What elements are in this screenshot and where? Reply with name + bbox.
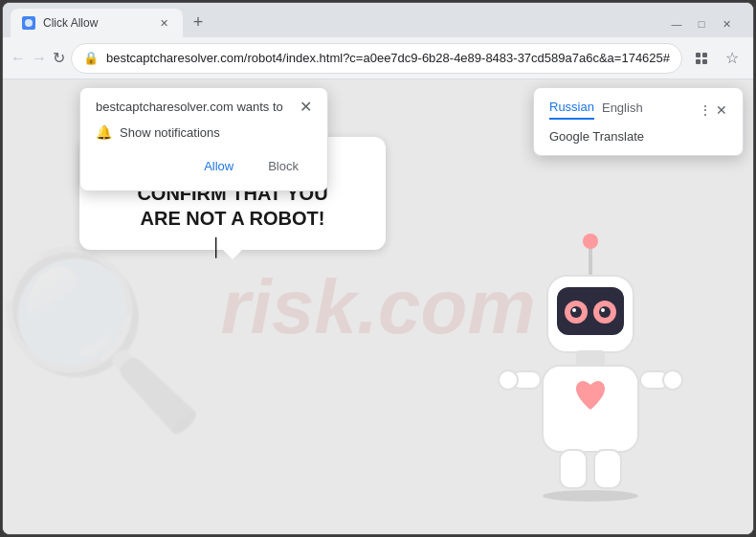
- svg-rect-3: [696, 59, 700, 64]
- svg-rect-4: [702, 59, 707, 64]
- popup-title: bestcaptcharesolver.com wants to: [96, 100, 283, 114]
- svg-point-16: [572, 308, 576, 312]
- browser-window: Click Allow ✕ + — □ ✕ ← → ↻ 🔒 bestcaptch…: [2, 2, 754, 535]
- svg-point-0: [25, 19, 33, 27]
- tab-title: Click Allow: [43, 16, 98, 30]
- url-text: bestcaptcharesolver.com/robot4/index.htm…: [106, 51, 670, 65]
- tab-favicon: [22, 16, 35, 30]
- svg-point-14: [570, 306, 582, 318]
- svg-point-15: [599, 306, 611, 318]
- svg-rect-18: [576, 350, 605, 366]
- translate-popup: Russian English ⋮ ✕ Google Translate: [533, 87, 744, 156]
- tab-bar: Click Allow ✕ + — □ ✕: [3, 3, 753, 37]
- active-tab[interactable]: Click Allow ✕: [11, 9, 183, 37]
- svg-rect-1: [696, 53, 700, 57]
- close-button[interactable]: ✕: [715, 14, 738, 34]
- profile-button[interactable]: [749, 45, 754, 72]
- translate-menu-icon[interactable]: ⋮: [699, 102, 712, 118]
- bookmark-button[interactable]: ☆: [719, 45, 745, 72]
- translate-body-text: Google Translate: [549, 129, 727, 144]
- tab-close-button[interactable]: ✕: [156, 15, 171, 31]
- translate-tab-english[interactable]: English: [602, 101, 643, 119]
- lock-icon: 🔒: [83, 51, 99, 65]
- refresh-button[interactable]: ↻: [53, 45, 65, 72]
- forward-button[interactable]: →: [32, 45, 47, 72]
- maximize-button[interactable]: □: [690, 14, 713, 34]
- robot-illustration: [485, 228, 696, 515]
- minimize-button[interactable]: —: [665, 14, 688, 34]
- svg-point-9: [583, 234, 598, 249]
- translate-close-button[interactable]: ✕: [716, 102, 727, 118]
- svg-point-17: [601, 308, 605, 312]
- popup-permission-row: 🔔 Show notifications: [96, 124, 312, 140]
- svg-rect-25: [594, 450, 621, 488]
- svg-rect-2: [702, 53, 707, 57]
- svg-point-22: [499, 370, 518, 390]
- back-button[interactable]: ←: [11, 45, 26, 72]
- popup-close-button[interactable]: ✕: [300, 100, 312, 115]
- content-area: risk.com 🔍 bestcaptcharesolver.com wants…: [3, 79, 753, 534]
- address-bar[interactable]: 🔒 bestcaptcharesolver.com/robot4/index.h…: [71, 43, 682, 74]
- new-tab-button[interactable]: +: [185, 9, 211, 35]
- toolbar-actions: ☆ ⋮: [688, 45, 754, 72]
- notification-popup: bestcaptcharesolver.com wants to ✕ 🔔 Sho…: [79, 87, 328, 191]
- popup-buttons: Allow Block: [96, 153, 312, 179]
- translate-tab-russian[interactable]: Russian: [549, 100, 594, 120]
- svg-point-23: [663, 370, 682, 390]
- translate-actions: ⋮ ✕: [699, 102, 727, 118]
- allow-button[interactable]: Allow: [190, 153, 247, 179]
- svg-point-26: [543, 490, 638, 502]
- window-controls: — □ ✕: [665, 14, 745, 37]
- extensions-button[interactable]: [688, 45, 715, 72]
- block-button[interactable]: Block: [255, 153, 312, 179]
- toolbar: ← → ↻ 🔒 bestcaptcharesolver.com/robot4/i…: [3, 37, 753, 79]
- popup-header: bestcaptcharesolver.com wants to ✕: [96, 100, 312, 115]
- bell-icon: 🔔: [96, 124, 112, 140]
- speech-line2: ARE NOT A ROBOT!: [141, 208, 325, 229]
- bg-decoration: 🔍: [3, 238, 209, 441]
- permission-text: Show notifications: [120, 125, 220, 140]
- translate-header: Russian English ⋮ ✕: [549, 100, 727, 120]
- robot-svg: [485, 228, 696, 515]
- svg-rect-24: [560, 450, 587, 488]
